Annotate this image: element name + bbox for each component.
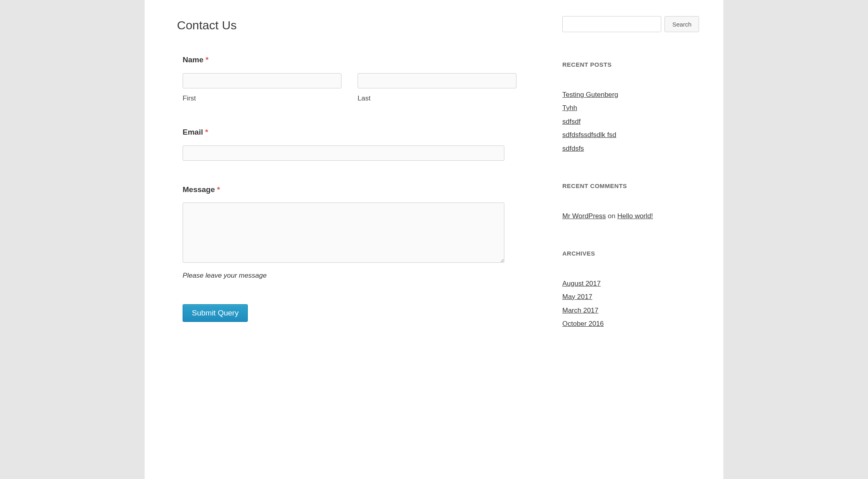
list-item: Testing Gutenberg [562, 90, 699, 100]
recent-posts-widget: RECENT POSTS Testing Gutenberg Tyhh sdfs… [562, 60, 699, 154]
sidebar: Search RECENT POSTS Testing Gutenberg Ty… [562, 0, 723, 479]
comment-author-link[interactable]: Mr WordPress [562, 212, 606, 220]
list-item: May 2017 [562, 292, 699, 302]
email-label-text: Email [183, 128, 203, 136]
comment-post-link[interactable]: Hello world! [617, 212, 653, 220]
archive-link[interactable]: August 2017 [562, 280, 601, 287]
list-item: sdfsdf [562, 117, 699, 127]
recent-comments-title: RECENT COMMENTS [562, 182, 699, 191]
name-group: Name * First Last [183, 54, 538, 103]
email-label: Email * [183, 127, 538, 138]
main-content: Contact Us Name * First Last [145, 0, 562, 479]
page-title: Contact Us [177, 16, 538, 34]
email-group: Email * [183, 127, 538, 161]
archives-title: ARCHIVES [562, 249, 699, 258]
first-sublabel: First [183, 93, 341, 104]
archive-link[interactable]: October 2016 [562, 320, 604, 328]
recent-post-link[interactable]: Tyhh [562, 104, 577, 112]
recent-posts-title: RECENT POSTS [562, 60, 699, 70]
last-sublabel: Last [358, 93, 516, 104]
first-name-input[interactable] [183, 73, 341, 88]
contact-form: Name * First Last Email * [177, 54, 538, 322]
recent-post-link[interactable]: sdfdsfssdfsdlk fsd [562, 131, 616, 139]
submit-button[interactable]: Submit Query [183, 304, 248, 322]
recent-post-link[interactable]: sdfdsfs [562, 145, 584, 152]
required-mark: * [217, 185, 220, 194]
message-label-text: Message [183, 185, 215, 194]
list-item: October 2016 [562, 319, 699, 329]
list-item: sdfdsfs [562, 143, 699, 154]
last-name-input[interactable] [358, 73, 516, 88]
recent-posts-list: Testing Gutenberg Tyhh sdfsdf sdfdsfssdf… [562, 90, 699, 154]
message-textarea[interactable] [183, 203, 504, 263]
message-label: Message * [183, 184, 538, 196]
message-helper: Please leave your message [183, 270, 538, 281]
archive-link[interactable]: May 2017 [562, 293, 592, 301]
recent-post-link[interactable]: sdfsdf [562, 118, 580, 125]
email-input[interactable] [183, 145, 504, 161]
on-text: on [606, 212, 617, 220]
required-mark: * [205, 128, 208, 136]
search-input[interactable] [562, 16, 661, 32]
list-item: Tyhh [562, 103, 699, 113]
archives-list: August 2017 May 2017 March 2017 October … [562, 278, 699, 329]
recent-comments-widget: RECENT COMMENTS Mr WordPress on Hello wo… [562, 182, 699, 221]
list-item: sdfdsfssdfsdlk fsd [562, 130, 699, 140]
required-mark: * [206, 55, 208, 64]
name-label: Name * [183, 54, 538, 66]
search-button[interactable]: Search [664, 16, 699, 32]
list-item: March 2017 [562, 305, 699, 316]
archives-widget: ARCHIVES August 2017 May 2017 March 2017… [562, 249, 699, 329]
recent-post-link[interactable]: Testing Gutenberg [562, 91, 618, 98]
message-group: Message * Please leave your message [183, 184, 538, 281]
comment-item: Mr WordPress on Hello world! [562, 211, 699, 221]
name-label-text: Name [183, 55, 204, 64]
archive-link[interactable]: March 2017 [562, 307, 599, 314]
search-widget: Search [562, 16, 699, 32]
list-item: August 2017 [562, 278, 699, 289]
